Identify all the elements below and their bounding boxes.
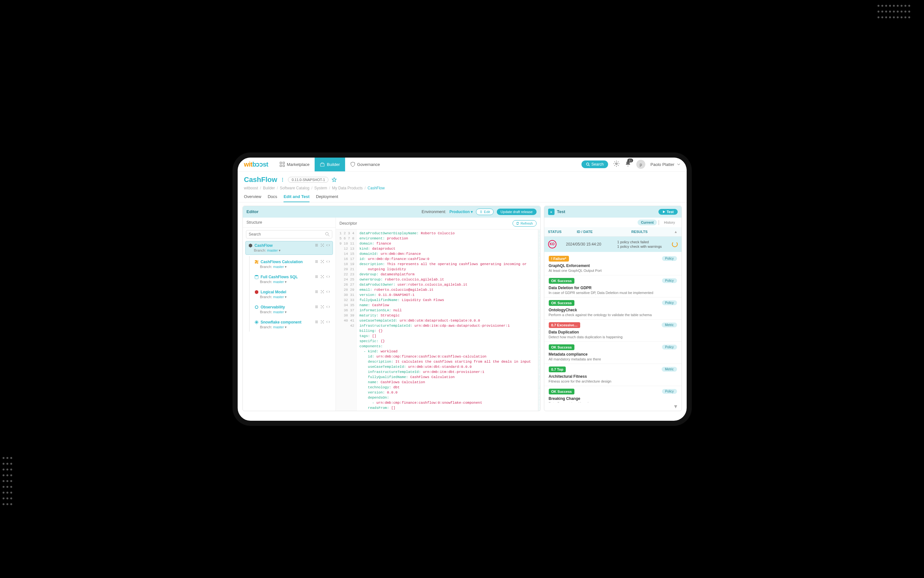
list-icon[interactable] <box>315 275 319 279</box>
status-chip: OK Success <box>549 344 574 350</box>
result-title: GraphQL Enforcement <box>549 263 677 268</box>
yaml-editor[interactable]: 1 2 3 4 5 6 7 8 9 10 11 12 13 14 15 16 1… <box>336 229 540 411</box>
env-label: Environment: <box>422 209 447 214</box>
test-summary: 1 policy check failed 1 policy check wit… <box>617 240 662 249</box>
nav-governance[interactable]: Governance <box>345 157 385 172</box>
focus-icon[interactable] <box>320 305 324 309</box>
focus-icon[interactable] <box>320 260 324 263</box>
user-menu[interactable]: Paolo Platter <box>651 162 680 167</box>
page-title: CashFlow <box>244 175 277 184</box>
result-desc: Perform a check against the ontology to … <box>549 313 677 317</box>
spinner-icon <box>672 241 678 247</box>
code-icon[interactable] <box>326 243 330 247</box>
test-panel-header: » Test Test <box>544 206 681 218</box>
result-item[interactable]: 0.7 TopMetricArchitectural FitnessFitnes… <box>544 364 681 386</box>
svg-point-9 <box>282 181 283 182</box>
refresh-button[interactable]: Refresh <box>513 220 537 227</box>
svg-point-15 <box>322 291 323 292</box>
list-icon[interactable] <box>315 260 319 263</box>
status-ko-badge: KO <box>548 240 557 248</box>
tree-item[interactable]: Full CashFlows SQLBranch: master ▾ <box>251 273 333 286</box>
tree-item[interactable]: Snowflake componentBranch: master ▾ <box>251 318 333 331</box>
code-icon[interactable] <box>326 260 330 263</box>
tree-item[interactable]: Logical ModelBranch: master ▾ <box>251 287 333 301</box>
notifications-button[interactable]: 11 <box>625 161 631 168</box>
breadcrumb: witboost/Builder/Software Catalog/System… <box>244 186 680 190</box>
type-chip: Policy <box>662 389 677 394</box>
code-icon[interactable] <box>326 290 330 294</box>
list-icon[interactable] <box>315 305 319 309</box>
refresh-icon <box>516 222 519 225</box>
nav-marketplace[interactable]: Marketplace <box>275 157 315 172</box>
result-item[interactable]: OK SuccessPolicyBreaking ChangeData Cont… <box>544 386 681 403</box>
result-desc: Detect how much data duplication is happ… <box>549 335 677 339</box>
result-desc: All mandatory metadata are there <box>549 357 677 361</box>
tree-item[interactable]: CashFlowBranch: master ▾ <box>245 241 333 255</box>
svg-point-16 <box>255 305 258 308</box>
list-icon[interactable] <box>315 320 319 324</box>
test-date: 2024/05/30 15:44:20 <box>566 242 608 247</box>
version-chip[interactable]: 0.11.0-SNAPSHOT-1 <box>288 177 328 183</box>
tab-deployment[interactable]: Deployment <box>316 194 338 202</box>
type-chip: Metric <box>662 367 677 372</box>
collapse-button[interactable]: » <box>548 209 555 215</box>
breadcrumb-item[interactable]: CashFlow <box>367 186 385 190</box>
edit-button[interactable]: Edit <box>476 209 494 215</box>
code-icon[interactable] <box>326 305 330 309</box>
focus-icon[interactable] <box>320 320 324 324</box>
chevron-down-icon <box>677 163 680 166</box>
code-icon[interactable] <box>326 275 330 279</box>
breadcrumb-item[interactable]: My Data Products <box>332 186 362 190</box>
svg-point-5 <box>587 163 589 166</box>
search-icon <box>586 162 590 166</box>
structure-search-input[interactable] <box>246 230 332 239</box>
list-icon[interactable] <box>315 243 319 247</box>
result-item[interactable]: OK SuccessPolicyData Deletion for GDPRIn… <box>544 275 681 297</box>
page-header: CashFlow 0.11.0-SNAPSHOT-1 witboost/Buil… <box>238 172 687 190</box>
list-icon[interactable] <box>315 290 319 294</box>
update-draft-button[interactable]: Update draft release <box>497 209 537 215</box>
tab-edit-and-test[interactable]: Edit and Test <box>283 194 309 202</box>
grid-icon <box>280 162 285 167</box>
breadcrumb-item[interactable]: Software Catalog <box>280 186 309 190</box>
tab-overview[interactable]: Overview <box>244 194 261 202</box>
search-icon <box>325 232 330 237</box>
search-button[interactable]: Search <box>581 161 608 168</box>
minimap[interactable]: dataProductOwnerDisplayName: Roberto Col… <box>538 229 540 411</box>
code-icon[interactable] <box>326 320 330 324</box>
breadcrumb-item[interactable]: Builder <box>263 186 275 190</box>
result-item[interactable]: OK SuccessPolicyOntologyCheckPerform a c… <box>544 297 681 320</box>
svg-rect-0 <box>280 162 282 164</box>
focus-icon[interactable] <box>320 290 324 294</box>
env-select[interactable]: Production ▾ <box>449 209 473 214</box>
star-icon[interactable] <box>332 177 337 182</box>
result-item[interactable]: 0.7 Excessive…MetricData DuplicationDete… <box>544 320 681 342</box>
svg-rect-4 <box>320 164 324 166</box>
settings-button[interactable] <box>613 161 620 168</box>
focus-icon[interactable] <box>320 243 324 247</box>
nav-builder[interactable]: Builder <box>315 157 345 172</box>
scroll-down-indicator[interactable]: ▼ <box>544 403 681 411</box>
focus-icon[interactable] <box>320 275 324 279</box>
breadcrumb-item[interactable]: System <box>314 186 327 190</box>
result-item[interactable]: OK SuccessPolicyMetadata complianceAll m… <box>544 342 681 364</box>
logo[interactable]: witbɔɔst <box>244 161 269 168</box>
more-icon[interactable] <box>280 177 285 182</box>
breadcrumb-item[interactable]: witboost <box>244 186 258 190</box>
status-chip: ! Failure* <box>549 256 569 261</box>
result-desc: In case of GDPR sensitive DP, Data Delet… <box>549 291 677 295</box>
test-run-row[interactable]: KO 2024/05/30 15:44:20 1 policy check fa… <box>544 237 681 252</box>
shield-icon <box>350 162 355 167</box>
tab-docs[interactable]: Docs <box>268 194 277 202</box>
type-chip: Policy <box>662 256 677 261</box>
tree-item[interactable]: ObservabilityBranch: master ▾ <box>251 303 333 317</box>
tree-item[interactable]: CashFlows CalculationBranch: master ▾ <box>251 257 333 271</box>
svg-point-17 <box>322 307 323 307</box>
avatar[interactable]: p <box>636 160 645 169</box>
run-test-button[interactable]: Test <box>659 209 678 215</box>
result-item[interactable]: ! Failure*PolicyGraphQL EnforcementAt le… <box>544 253 681 275</box>
subtab-history[interactable]: History <box>661 219 678 225</box>
svg-point-7 <box>282 178 283 179</box>
subtab-current[interactable]: Current <box>638 219 657 225</box>
svg-point-10 <box>325 232 328 235</box>
